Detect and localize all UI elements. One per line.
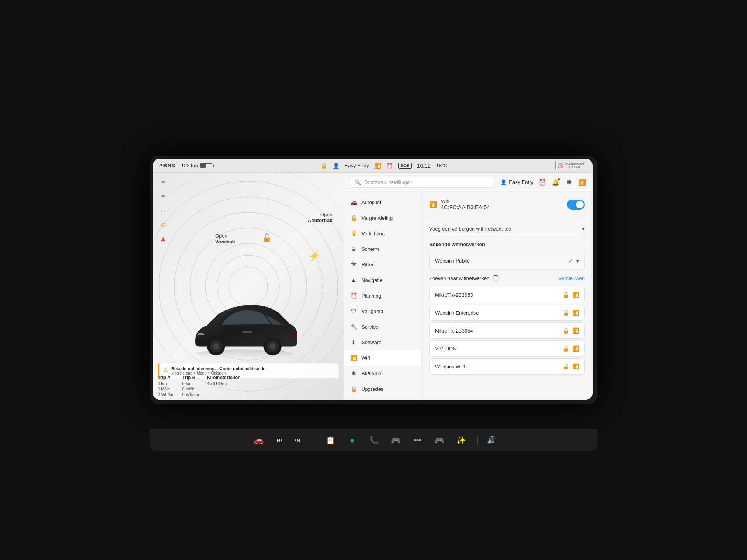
alarm-status-icon: ⏰ (386, 163, 393, 169)
planning-icon: ⏰ (350, 292, 358, 299)
taskbar-media-next[interactable]: ⏭ (290, 433, 304, 447)
dot-3 (376, 372, 378, 374)
sidebar-item-upgrades[interactable]: 🔒 Upgrades (344, 381, 421, 397)
trip-b-kwh: 0 kWh (182, 387, 199, 391)
wifi-signal-2: 📶 (572, 310, 579, 316)
volume-icon: 🔊 (487, 436, 496, 444)
wifi-icon-connected: 📶 (429, 201, 437, 208)
network-item[interactable]: VIVITION 🔒 📶 (429, 340, 585, 357)
sidebar-item-vergrendeling[interactable]: 🔒 Vergrendeling (344, 210, 421, 226)
icon-lights-3: ≡· (158, 205, 168, 216)
battery-bar (200, 163, 212, 168)
known-networks-list: Wensink Public ✓ ▾ (429, 252, 585, 270)
known-networks-title: Bekende wifinetwerken (429, 242, 585, 247)
header-user: 👤 Easy Entry (500, 179, 533, 185)
add-hidden-network[interactable]: Voeg een verborgen wifi-netwerk toe ▾ (429, 222, 585, 236)
lock-icon-3: 🔒 (563, 327, 569, 334)
sidebar-item-autopilot[interactable]: 🚗 Autopilot (344, 194, 421, 210)
passenger-airbag-indicator: 🚫 PASSENGERAIRBAG (555, 161, 586, 170)
network-item[interactable]: Wensink Enterprise 🔒 📶 (429, 304, 585, 321)
verlichting-icon: 💡 (350, 229, 358, 237)
icon-warning: ⊙ (158, 219, 168, 230)
open-achterbak-label: Open Achterbak (308, 212, 333, 223)
main-content: ≡ ≡ ≡· ⊙ ♟ Open Voorbak Open Achterbak (153, 173, 593, 400)
trip-info: Trip A 0 km 0 kWh 0 Wh/km Trip B 0 km 0 … (158, 375, 339, 397)
vergrendeling-label: Vergrendeling (361, 215, 393, 221)
taskbar-apps[interactable]: ✨ (454, 433, 468, 447)
lock-icon-2: 🔒 (563, 310, 569, 316)
trip-a-kwh: 0 kWh (158, 387, 174, 391)
wifi-signal-1: 📶 (572, 292, 579, 298)
taskbar-notes[interactable]: 📋 (323, 433, 337, 447)
bluetooth-icon[interactable]: ✱ (565, 178, 573, 187)
user-status-icon: 👤 (333, 163, 339, 169)
taskbar-camera[interactable]: 🎮 (389, 433, 403, 447)
vergrendeling-icon: 🔒 (350, 214, 358, 222)
lock-status-icon: 🔒 (321, 163, 327, 169)
network-item[interactable]: MikroTik-2B3653 🔒 📶 (429, 287, 585, 303)
trip-a-whkm: 0 Wh/km (158, 392, 174, 397)
autopilot-icon: 🚗 (350, 198, 358, 206)
search-networks-section: Zoeken naar wifinetwerken Vernieuwen (429, 275, 585, 281)
ritten-icon: 🗺 (350, 261, 358, 268)
veiligheid-icon: 🛡 (350, 307, 358, 315)
upgrades-label: Upgrades (361, 386, 383, 392)
sidebar-item-planning[interactable]: ⏰ Planning (344, 288, 421, 303)
taskbar-games[interactable]: 🎮 (432, 433, 446, 447)
veiligheid-label: Veiligheid (361, 308, 383, 314)
verlichting-label: Verlichting (361, 231, 385, 236)
connected-network-name: Wensink Public (435, 258, 470, 264)
warning-icon: ⚠ (163, 367, 168, 373)
wifi-content: 📶 Wifi 4C:FC:AA:B3:EA:54 (421, 192, 593, 400)
searching-label: Zoeken naar wifinetwerken (429, 275, 499, 281)
taskbar-car[interactable]: 🚗 (251, 433, 265, 447)
refresh-button[interactable]: Vernieuwen (558, 275, 585, 281)
taskbar-spotify[interactable]: ● (345, 433, 359, 447)
prnd-indicator: PRND (159, 163, 177, 168)
odometer-value: 45.919 km (207, 381, 240, 386)
range-value: 123 km (181, 163, 198, 168)
navigatie-label: Navigatie (361, 277, 382, 283)
wifi-connected-section: 📶 Wifi 4C:FC:AA:B3:EA:54 (429, 198, 585, 215)
sidebar-item-verlichting[interactable]: 💡 Verlichting (344, 226, 421, 241)
taskbar-phone[interactable]: 📞 (367, 433, 381, 447)
open-voorbak-label: Open Voorbak (215, 233, 235, 245)
notification-icon[interactable]: 🔔 (551, 178, 560, 187)
wifi-header-icon[interactable]: 📶 (578, 178, 586, 187)
sidebar-item-veiligheid[interactable]: 🛡 Veiligheid (344, 303, 421, 319)
alarm-icon[interactable]: ⏰ (538, 178, 547, 187)
dot-1 (368, 372, 370, 374)
loading-spinner (493, 275, 499, 281)
lock-icon-5: 🔒 (563, 363, 569, 369)
network-name-5: Wensink WPL (435, 364, 466, 369)
sidebar-item-software[interactable]: ⬇ Software (344, 334, 421, 350)
scherm-icon: 🖥 (350, 245, 358, 253)
connected-network-item[interactable]: Wensink Public ✓ ▾ (429, 252, 585, 270)
sidebar-item-scherm[interactable]: 🖥 Scherm (344, 241, 421, 257)
time-display: 10:12 (417, 163, 431, 169)
service-label: Service (361, 324, 378, 330)
trip-b-whkm: 0 Wh/km (182, 392, 199, 397)
network-name-1: MikroTik-2B3653 (435, 292, 473, 298)
wifi-mac: 4C:FC:AA:B3:EA:54 (441, 204, 490, 210)
software-icon: ⬇ (350, 338, 358, 346)
sidebar-item-service[interactable]: 🔧 Service (344, 319, 421, 334)
volume-control[interactable]: 🔊 (487, 436, 496, 444)
wifi-toggle[interactable] (567, 200, 585, 210)
page-dots (368, 372, 378, 374)
network-item[interactable]: Wensink WPL 🔒 📶 (429, 358, 585, 374)
sidebar-item-bluetooth[interactable]: ✱ Bluetooth (344, 366, 421, 381)
service-icon: 🔧 (350, 323, 358, 331)
sidebar-item-wifi[interactable]: 📶 Wifi (344, 350, 421, 366)
sidebar-item-ritten[interactable]: 🗺 Ritten (344, 257, 421, 272)
icon-seatbelt: ♟ (158, 233, 168, 244)
taskbar-media-prev[interactable]: ⏮ (273, 433, 287, 447)
taskbar: 🚗 ⏮ ⏭ 📋 ● 📞 🎮 ••• 🎮 ✨ 🔊 (150, 429, 597, 451)
add-hidden-network-label: Voeg een verborgen wifi-netwerk toe (429, 226, 511, 232)
network-item[interactable]: MikroTik-2B3654 🔒 📶 (429, 322, 585, 339)
search-box[interactable]: 🔍 Doorzoek instellingen (350, 177, 494, 188)
wifi-sidebar-icon: 📶 (350, 354, 358, 362)
sidebar-item-navigatie[interactable]: ▲ Navigatie (344, 272, 421, 288)
taskbar-more[interactable]: ••• (410, 433, 424, 447)
trip-a: Trip A 0 km 0 kWh 0 Wh/km (158, 375, 174, 397)
